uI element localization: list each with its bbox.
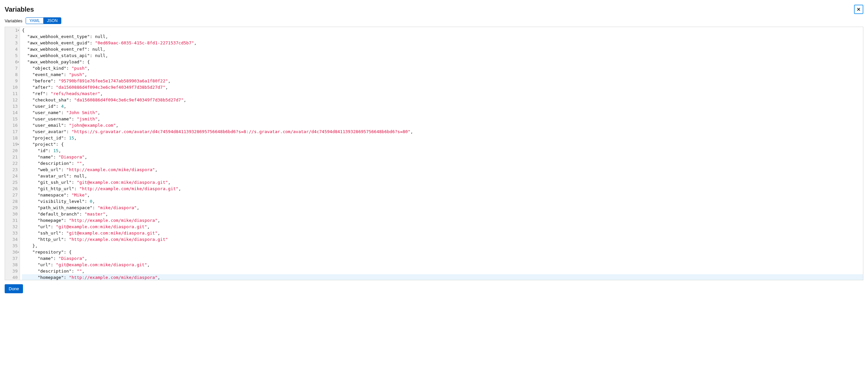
line-number: 27 [5, 192, 18, 198]
line-number: 2 [5, 33, 18, 40]
code-line[interactable]: "http_url": "http://example.com/mike/dia… [22, 236, 863, 243]
footer: Done [5, 284, 863, 293]
line-number: 11 [5, 90, 18, 97]
code-content[interactable]: { "awx_webhook_event_type": null, "awx_w… [20, 27, 863, 280]
code-line[interactable]: "name": "Diaspora", [22, 255, 863, 261]
code-line[interactable]: "awx_webhook_event_type": null, [22, 33, 863, 40]
code-line[interactable]: "git_ssh_url": "git@example.com:mike/dia… [22, 179, 863, 186]
code-line[interactable]: "user_username": "jsmith", [22, 116, 863, 122]
code-editor[interactable]: 1▾23456▾78910111213141516171819▾20212223… [5, 27, 863, 280]
code-line[interactable]: "project": { [22, 141, 863, 147]
code-line[interactable]: "awx_webhook_event_guid": "0ed69aac-6035… [22, 40, 863, 46]
fold-icon[interactable]: ▾ [17, 141, 19, 147]
line-number: 12 [5, 97, 18, 103]
code-line[interactable]: "web_url": "http://example.com/mike/dias… [22, 166, 863, 173]
line-number: 15 [5, 116, 18, 122]
line-number: 33 [5, 230, 18, 236]
code-line[interactable]: "checkout_sha": "da1560886d4f094c3e6c9ef… [22, 97, 863, 103]
code-line[interactable]: "name": "Diaspora", [22, 154, 863, 160]
line-number: 19▾ [5, 141, 18, 147]
line-number: 21 [5, 154, 18, 160]
code-line[interactable]: "user_avatar": "https://s.gravatar.com/a… [22, 129, 863, 135]
yaml-toggle[interactable]: YAML [26, 17, 43, 24]
done-button[interactable]: Done [5, 284, 23, 293]
code-line[interactable]: "before": "95790bf891e76fee5e1747ab58990… [22, 78, 863, 84]
line-number: 36▾ [5, 249, 18, 255]
line-number: 1▾ [5, 27, 18, 33]
code-line[interactable]: "repository": { [22, 249, 863, 255]
code-line[interactable]: "homepage": "http://example.com/mike/dia… [22, 274, 863, 280]
code-line[interactable]: "path_with_namespace": "mike/diaspora", [22, 204, 863, 211]
code-line[interactable]: "after": "da1560886d4f094c3e6c9ef40349f7… [22, 84, 863, 90]
code-line[interactable]: "url": "git@example.com:mike/diaspora.gi… [22, 224, 863, 230]
code-line[interactable]: "user_id": 4, [22, 103, 863, 109]
code-line[interactable]: "awx_webhook_payload": { [22, 59, 863, 65]
line-number: 22 [5, 160, 18, 166]
variables-label: Variables [5, 18, 22, 23]
line-number: 5 [5, 52, 18, 59]
code-line[interactable]: "description": "", [22, 160, 863, 166]
line-number: 37 [5, 255, 18, 261]
line-number: 39 [5, 268, 18, 274]
line-number: 34 [5, 236, 18, 243]
code-line[interactable]: "description": "", [22, 268, 863, 274]
code-line[interactable]: "homepage": "http://example.com/mike/dia… [22, 217, 863, 224]
line-number: 18 [5, 135, 18, 141]
code-line[interactable]: "ssh_url": "git@example.com:mike/diaspor… [22, 230, 863, 236]
line-number: 24 [5, 173, 18, 179]
code-line[interactable]: "event_name": "push", [22, 72, 863, 78]
header: Variables ✕ [5, 5, 863, 14]
close-button[interactable]: ✕ [854, 5, 863, 14]
code-line[interactable]: "awx_webhook_event_ref": null, [22, 46, 863, 52]
line-number: 6▾ [5, 59, 18, 65]
json-toggle[interactable]: JSON [43, 17, 61, 24]
line-number: 35 [5, 243, 18, 249]
line-number: 38 [5, 261, 18, 268]
code-line[interactable]: "git_http_url": "http://example.com/mike… [22, 186, 863, 192]
format-toggle: YAML JSON [26, 17, 61, 24]
line-number: 32 [5, 224, 18, 230]
line-number: 26 [5, 186, 18, 192]
code-line[interactable]: "awx_webhook_status_api": null, [22, 52, 863, 59]
controls-row: Variables YAML JSON [5, 17, 863, 24]
code-line[interactable]: "user_email": "john@example.com", [22, 122, 863, 129]
code-line[interactable]: "user_name": "John Smith", [22, 109, 863, 116]
code-line[interactable]: "url": "git@example.com:mike/diaspora.gi… [22, 261, 863, 268]
line-number: 10 [5, 84, 18, 90]
close-icon: ✕ [857, 7, 861, 12]
line-number-gutter: 1▾23456▾78910111213141516171819▾20212223… [5, 27, 20, 280]
line-number: 23 [5, 166, 18, 173]
fold-icon[interactable]: ▾ [17, 249, 19, 255]
code-line[interactable]: "namespace": "Mike", [22, 192, 863, 198]
line-number: 40 [5, 274, 18, 280]
line-number: 30 [5, 211, 18, 217]
line-number: 17 [5, 129, 18, 135]
code-line[interactable]: "default_branch": "master", [22, 211, 863, 217]
line-number: 28 [5, 198, 18, 204]
fold-icon[interactable]: ▾ [17, 27, 19, 33]
line-number: 31 [5, 217, 18, 224]
line-number: 29 [5, 204, 18, 211]
line-number: 14 [5, 109, 18, 116]
line-number: 4 [5, 46, 18, 52]
line-number: 20 [5, 147, 18, 154]
code-line[interactable]: "avatar_url": null, [22, 173, 863, 179]
fold-icon[interactable]: ▾ [17, 59, 19, 65]
code-line[interactable]: }, [22, 243, 863, 249]
line-number: 3 [5, 40, 18, 46]
line-number: 8 [5, 72, 18, 78]
code-line[interactable]: "object_kind": "push", [22, 65, 863, 72]
code-line[interactable]: "ref": "refs/heads/master", [22, 90, 863, 97]
line-number: 7 [5, 65, 18, 72]
page-title: Variables [5, 6, 34, 13]
code-line[interactable]: "project_id": 15, [22, 135, 863, 141]
code-line[interactable]: { [22, 27, 863, 33]
line-number: 25 [5, 179, 18, 186]
code-line[interactable]: "visibility_level": 0, [22, 198, 863, 204]
line-number: 13 [5, 103, 18, 109]
line-number: 9 [5, 78, 18, 84]
line-number: 16 [5, 122, 18, 129]
code-line[interactable]: "id": 15, [22, 147, 863, 154]
